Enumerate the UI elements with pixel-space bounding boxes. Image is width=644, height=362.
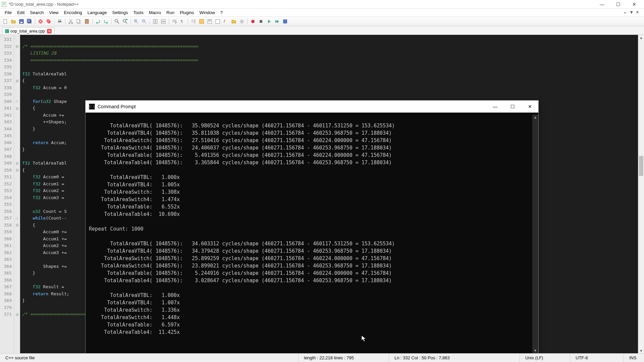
maximize-button[interactable]: ☐ (613, 2, 623, 7)
show-chars-icon[interactable]: ¶ (179, 18, 186, 25)
user-lang-icon[interactable] (198, 18, 205, 25)
scroll-up-icon[interactable]: ▲ (638, 35, 644, 40)
close-tab-icon[interactable]: ✕ (47, 29, 52, 34)
status-file-type: C++ source file (0, 354, 299, 362)
paste-icon[interactable] (84, 18, 90, 25)
cmd-title-bar[interactable]: C:\ Command Prompt — ☐ ✕ (86, 101, 538, 113)
menu-edit[interactable]: Edit (14, 9, 27, 16)
indent-guide-icon[interactable] (190, 18, 197, 25)
scroll-down-icon[interactable]: ▼ (638, 348, 644, 353)
menu-bar: File Edit Search View Encoding Language … (0, 9, 644, 17)
menu-plugins[interactable]: Plugins (177, 9, 197, 16)
svg-rect-34 (260, 20, 262, 23)
cmd-scroll-down-icon[interactable]: ▼ (532, 348, 538, 353)
svg-rect-0 (2, 2, 6, 7)
record-macro-icon[interactable] (250, 18, 256, 25)
svg-text:f: f (224, 19, 225, 24)
stop-macro-icon[interactable] (258, 18, 264, 25)
undo-icon[interactable] (95, 18, 101, 25)
cmd-title: Command Prompt (98, 104, 490, 109)
save-icon[interactable] (18, 18, 25, 25)
open-file-icon[interactable] (10, 18, 17, 25)
menu-search[interactable]: Search (27, 9, 46, 16)
copy-icon[interactable] (75, 18, 82, 25)
monitor-icon[interactable] (238, 18, 245, 25)
window-title-bar: *D:\oop_total_area.cpp - Notepad++ — ☐ ✕ (0, 0, 644, 9)
save-macro-icon[interactable] (282, 18, 288, 25)
line-number-gutter: 3313323333343353363373383393403413423433… (0, 35, 14, 353)
cut-icon[interactable] (67, 18, 74, 25)
close-file-icon[interactable] (37, 18, 44, 25)
scrollbar-thumb[interactable] (639, 156, 643, 176)
play-multi-icon[interactable] (274, 18, 280, 25)
editor-area: 3313323333343353363373383393403413423433… (0, 35, 644, 353)
print-icon[interactable] (56, 18, 63, 25)
close-button[interactable]: ✕ (629, 2, 639, 7)
cmd-output: TotalAreaVTBL( 1048576): 35.980524 cycle… (89, 115, 532, 353)
svg-point-33 (251, 20, 255, 23)
find-icon[interactable] (114, 18, 120, 25)
window-title: *D:\oop_total_area.cpp - Notepad++ (9, 2, 597, 7)
cmd-app-icon: C:\ (89, 104, 95, 110)
zoom-out-icon[interactable] (141, 18, 148, 25)
command-prompt-window: C:\ Command Prompt — ☐ ✕ TotalAreaVTBL( … (85, 100, 539, 353)
status-bar: C++ source file length : 22,218 lines : … (0, 353, 644, 362)
svg-rect-24 (161, 19, 165, 21)
menu-tools[interactable]: Tools (131, 9, 146, 16)
svg-rect-23 (156, 19, 157, 23)
svg-rect-14 (77, 19, 79, 23)
svg-rect-29 (216, 19, 220, 23)
cmd-body[interactable]: TotalAreaVTBL( 1048576): 35.980524 cycle… (86, 113, 538, 353)
sync-v-icon[interactable] (152, 18, 159, 25)
minimize-button[interactable]: — (597, 2, 607, 7)
window-controls: — ☐ ✕ (597, 2, 643, 7)
svg-rect-5 (27, 19, 31, 22)
svg-rect-10 (59, 19, 61, 21)
cmd-maximize-button[interactable]: ☐ (507, 104, 518, 109)
menu-settings[interactable]: Settings (110, 9, 131, 16)
word-wrap-icon[interactable] (171, 18, 178, 25)
status-ins: INS (624, 354, 644, 362)
dropdown-icon[interactable]: ▼ (629, 10, 634, 16)
svg-point-17 (115, 19, 118, 22)
cmd-window-controls: — ☐ ✕ (490, 104, 535, 109)
menu-encoding[interactable]: Encoding (61, 9, 85, 16)
redo-icon[interactable] (103, 18, 109, 25)
cmd-scrollbar[interactable]: ▲ ▼ (532, 115, 538, 353)
menu-language[interactable]: Language (85, 9, 110, 16)
folder-icon[interactable] (230, 18, 237, 25)
menu-view[interactable]: View (47, 9, 61, 16)
menu-help[interactable]: ? (218, 9, 225, 16)
svg-rect-1 (4, 19, 7, 23)
status-length: length : 22,218 lines : 795 (299, 354, 389, 362)
replace-icon[interactable] (122, 18, 128, 25)
toolbar: ¶ f (0, 17, 644, 26)
cmd-close-button[interactable]: ✕ (525, 104, 535, 109)
func-list-icon[interactable]: f (222, 18, 229, 25)
menu-window[interactable]: Window (197, 9, 218, 16)
svg-text:¶: ¶ (181, 19, 183, 23)
menu-macro[interactable]: Macro (146, 9, 164, 16)
save-all-icon[interactable] (26, 18, 33, 25)
doc-map-icon[interactable] (206, 18, 213, 25)
file-tab[interactable]: oop_total_area.cpp ✕ (2, 27, 55, 35)
svg-point-8 (46, 19, 50, 22)
svg-rect-16 (86, 19, 88, 20)
add-icon[interactable]: ＋ (623, 10, 627, 16)
sync-h-icon[interactable] (160, 18, 167, 25)
cmd-minimize-button[interactable]: — (490, 104, 500, 109)
fold-margin[interactable]: ⊟⊟□⊟⊟⊟□⊟⊟ (14, 35, 20, 353)
doc-list-icon[interactable] (214, 18, 221, 25)
cmd-scroll-up-icon[interactable]: ▲ (532, 115, 538, 120)
play-macro-icon[interactable] (266, 18, 272, 25)
menu-right-icons: ＋ ▼ ✕ (623, 10, 642, 16)
close-all-icon[interactable] (45, 18, 52, 25)
menu-file[interactable]: File (2, 9, 14, 16)
zoom-in-icon[interactable] (133, 18, 140, 25)
svg-rect-9 (58, 21, 61, 22)
new-file-icon[interactable] (2, 18, 9, 25)
svg-point-18 (123, 19, 126, 22)
vertical-scrollbar[interactable]: ▲ ▼ (638, 35, 644, 353)
close-docs-icon[interactable]: ✕ (636, 10, 639, 16)
menu-run[interactable]: Run (164, 9, 177, 16)
